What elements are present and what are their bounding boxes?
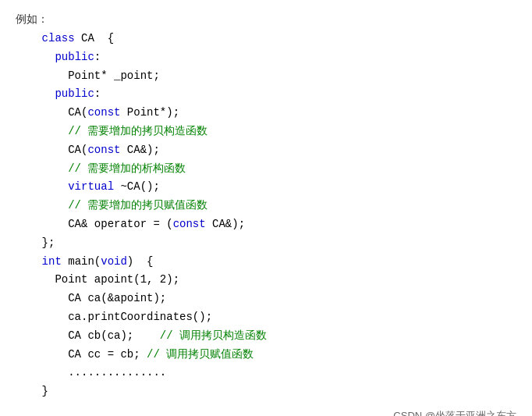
code-text: Point* _point;: [68, 69, 160, 82]
keyword: class: [42, 32, 75, 44]
code-text: CA(: [68, 144, 87, 156]
code-text: CA& operator = (: [68, 218, 172, 230]
code-line: CA ca(&apoint);: [16, 290, 516, 308]
comment-text: // 需要增加的拷贝构造函数: [68, 125, 207, 137]
code-container: 例如： class CA { public: Point* _point; pu…: [0, 0, 532, 416]
comment-text: // 需要增加的拷贝赋值函数: [68, 199, 207, 212]
code-text: :: [94, 87, 101, 100]
code-text: Point*);: [120, 106, 179, 119]
code-line: // 需要增加的拷贝构造函数: [16, 123, 516, 141]
keyword: const: [87, 144, 120, 156]
intro-label: 例如：: [16, 12, 516, 27]
code-text: main(: [62, 255, 101, 268]
code-text: }: [42, 385, 48, 397]
code-text: CA ca(&apoint);: [68, 292, 166, 304]
code-line: public:: [16, 85, 516, 104]
code-text: CA cc = cb;: [68, 348, 147, 361]
code-text: ca.printCoordinates();: [68, 311, 212, 323]
code-line: };: [16, 234, 516, 253]
code-line: ca.printCoordinates();: [16, 308, 516, 327]
code-line: ...............: [16, 364, 516, 382]
keyword: void: [101, 255, 127, 268]
code-line: virtual ~CA();: [16, 178, 516, 197]
code-text: CA&);: [206, 218, 245, 230]
code-text: CA cb(ca);: [68, 329, 160, 342]
comment-text: // 调用拷贝赋值函数: [147, 348, 254, 361]
watermark: CSDN @坐落于亚洲之东方: [393, 409, 516, 416]
code-text: ) {: [127, 255, 154, 268]
code-line: Point apoint(1, 2);: [16, 271, 516, 290]
code-line: // 需要增加的析构函数: [16, 160, 516, 179]
code-text: Point apoint(1, 2);: [55, 273, 179, 286]
code-line: // 需要增加的拷贝赋值函数: [16, 197, 516, 215]
keyword: public: [55, 51, 94, 63]
comment-text: // 需要增加的析构函数: [68, 162, 186, 175]
code-line: CA& operator = (const CA&);: [16, 215, 516, 234]
keyword: int: [42, 255, 62, 268]
code-block: class CA { public: Point* _point; public…: [16, 30, 516, 401]
code-text: };: [42, 236, 55, 249]
code-line: public:: [16, 48, 516, 67]
code-line: }: [16, 382, 516, 401]
code-line: int main(void) {: [16, 253, 516, 272]
code-text: :: [94, 51, 101, 63]
code-line: class CA {: [16, 30, 516, 48]
code-line: CA cb(ca); // 调用拷贝构造函数: [16, 327, 516, 346]
keyword: const: [173, 218, 206, 230]
keyword: const: [87, 106, 120, 119]
keyword: virtual: [68, 180, 114, 193]
code-text: CA&);: [120, 144, 159, 156]
keyword: public: [55, 87, 94, 100]
code-line: CA cc = cb; // 调用拷贝赋值函数: [16, 346, 516, 364]
comment-text: // 调用拷贝构造函数: [160, 329, 267, 342]
code-line: CA(const Point*);: [16, 104, 516, 123]
code-text: ~CA();: [114, 180, 160, 193]
code-line: Point* _point;: [16, 67, 516, 86]
code-text: CA(: [68, 106, 87, 119]
code-text: CA {: [75, 32, 114, 44]
code-text: ...............: [68, 366, 166, 379]
code-line: CA(const CA&);: [16, 141, 516, 160]
